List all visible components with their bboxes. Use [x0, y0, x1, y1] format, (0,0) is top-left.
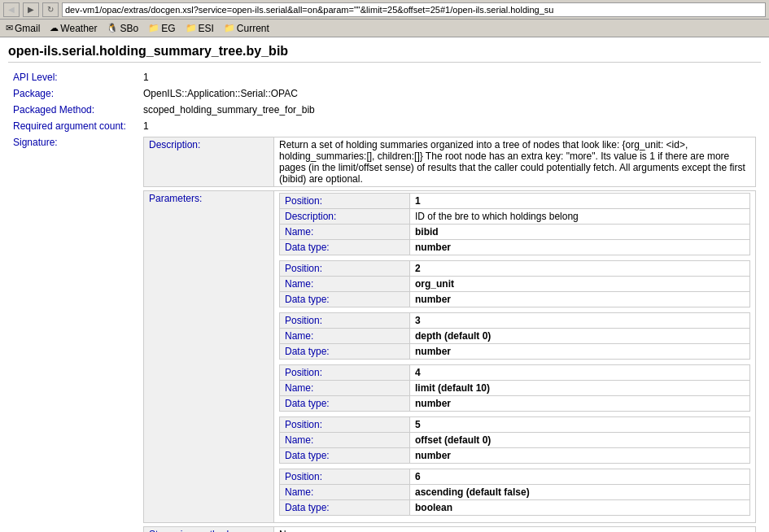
param-2-datatype-label: Data type: [280, 292, 410, 307]
streaming-method-label: Streaming method: [144, 527, 274, 533]
param-2-datatype-value: number [410, 292, 750, 307]
param-4-name-label: Name: [280, 381, 410, 396]
param-2-position-value: 2 [410, 261, 750, 277]
weather-icon: ☁ [50, 23, 59, 33]
param-2-name-label: Name: [280, 277, 410, 292]
param-1-position-row: Position: 1 [280, 194, 750, 209]
parameters-row: Parameters: Position: 1 [144, 191, 756, 523]
param-4-datatype-value: number [410, 396, 750, 412]
esi-icon: 📁 [186, 23, 197, 33]
param-3-position-value: 3 [410, 313, 750, 329]
main-info-table: API Level: 1 Package: OpenILS::Applicati… [8, 69, 761, 532]
param-1-position-value: 1 [410, 194, 750, 209]
bookmark-esi[interactable]: 📁 ESI [183, 22, 216, 35]
param-4-position-value: 4 [410, 365, 750, 381]
forward-button[interactable]: ▶ [23, 2, 39, 17]
bookmark-esi-label: ESI [199, 23, 214, 34]
param-3-name-value: depth (default 0) [410, 329, 750, 344]
param-table-4: Position: 4 Name: limit (default 10) [279, 364, 750, 412]
param-5-position-row: Position: 5 [280, 417, 750, 433]
param-2-name-row: Name: org_unit [280, 277, 750, 292]
signature-content: Description: Return a set of holding sum… [138, 134, 761, 532]
streaming-method-table: Streaming method: No [143, 526, 756, 532]
packaged-method-value: scoped_holding_summary_tree_for_bib [138, 102, 761, 118]
param-5-datatype-label: Data type: [280, 448, 410, 464]
signature-label: Signature: [8, 134, 138, 532]
bookmark-sbo[interactable]: 🐧 SBo [104, 22, 141, 35]
description-row: Description: Return a set of holding sum… [144, 137, 756, 187]
browser-toolbar: ◀ ▶ ↻ [0, 0, 769, 20]
parameters-label: Parameters: [144, 191, 274, 523]
param-4-position-label: Position: [280, 365, 410, 381]
required-arg-count-row: Required argument count: 1 [8, 118, 761, 134]
param-6-position-row: Position: 6 [280, 469, 750, 485]
required-arg-count-value: 1 [138, 118, 761, 134]
param-4-datatype-label: Data type: [280, 396, 410, 412]
bookmark-gmail-label: Gmail [15, 23, 40, 34]
param-4-datatype-row: Data type: number [280, 396, 750, 412]
bookmark-weather[interactable]: ☁ Weather [47, 22, 99, 35]
bookmark-eg-label: EG [161, 23, 175, 34]
bookmark-eg[interactable]: 📁 EG [146, 22, 177, 35]
bookmark-gmail[interactable]: ✉ Gmail [3, 22, 42, 35]
streaming-method-value: No [274, 527, 756, 533]
param-5-datatype-value: number [410, 448, 750, 464]
api-level-label: API Level: [8, 69, 138, 85]
package-row: Package: OpenILS::Application::Serial::O… [8, 85, 761, 102]
bookmark-current[interactable]: 📁 Current [221, 22, 272, 35]
param-6-name-row: Name: ascending (default false) [280, 485, 750, 500]
param-1-datatype-row: Data type: number [280, 240, 750, 255]
param-1-datatype-value: number [410, 240, 750, 255]
param-1-description-row: Description: ID of the bre to which hold… [280, 209, 750, 225]
api-level-value: 1 [138, 69, 761, 85]
parameters-outer-table: Parameters: Position: 1 [143, 190, 756, 523]
bookmark-sbo-label: SBo [120, 23, 138, 34]
param-5-position-label: Position: [280, 417, 410, 433]
param-3-datatype-value: number [410, 344, 750, 360]
parameters-content: Position: 1 Description: ID of the bre t… [274, 191, 756, 523]
param-5-datatype-row: Data type: number [280, 448, 750, 464]
param-5-name-value: offset (default 0) [410, 433, 750, 448]
param-table-2: Position: 2 Name: org_unit [279, 260, 750, 307]
param-6-position-value: 6 [410, 469, 750, 485]
param-4-name-value: limit (default 10) [410, 381, 750, 396]
param-1-datatype-label: Data type: [280, 240, 410, 255]
param-6-position-label: Position: [280, 469, 410, 485]
param-1-position-label: Position: [280, 194, 410, 209]
description-table: Description: Return a set of holding sum… [143, 137, 756, 187]
api-level-row: API Level: 1 [8, 69, 761, 85]
param-1-name-value: bibid [410, 225, 750, 240]
page-title: open-ils.serial.holding_summary_tree.by_… [8, 44, 761, 63]
gmail-icon: ✉ [6, 23, 13, 33]
param-5-name-label: Name: [280, 433, 410, 448]
param-6-datatype-value: boolean [410, 500, 750, 516]
address-bar[interactable] [62, 2, 766, 17]
param-2-datatype-row: Data type: number [280, 292, 750, 307]
package-label: Package: [8, 85, 138, 102]
required-arg-count-label: Required argument count: [8, 118, 138, 134]
bookmark-weather-label: Weather [60, 23, 97, 34]
param-3-position-row: Position: 3 [280, 313, 750, 329]
param-2-position-row: Position: 2 [280, 261, 750, 277]
param-table-5: Position: 5 Name: offset (default 0) [279, 416, 750, 464]
param-5-name-row: Name: offset (default 0) [280, 433, 750, 448]
param-table-6: Position: 6 Name: ascending (default fal… [279, 469, 750, 516]
reload-button[interactable]: ↻ [42, 2, 59, 17]
param-table-3: Position: 3 Name: depth (default 0) [279, 312, 750, 360]
package-value: OpenILS::Application::Serial::OPAC [138, 85, 761, 102]
sbo-icon: 🐧 [107, 23, 118, 33]
bookmarks-bar: ✉ Gmail ☁ Weather 🐧 SBo 📁 EG 📁 ESI 📁 Cur… [0, 20, 769, 37]
param-3-datatype-label: Data type: [280, 344, 410, 360]
param-5-position-value: 5 [410, 417, 750, 433]
param-1-name-row: Name: bibid [280, 225, 750, 240]
param-3-name-label: Name: [280, 329, 410, 344]
current-icon: 📁 [224, 23, 235, 33]
param-4-position-row: Position: 4 [280, 365, 750, 381]
packaged-method-label: Packaged Method: [8, 102, 138, 118]
param-6-datatype-row: Data type: boolean [280, 500, 750, 516]
back-button[interactable]: ◀ [3, 2, 20, 17]
signature-row: Signature: Description: Return a set of … [8, 134, 761, 532]
param-3-position-label: Position: [280, 313, 410, 329]
description-label: Description: [144, 137, 274, 187]
param-2-position-label: Position: [280, 261, 410, 277]
